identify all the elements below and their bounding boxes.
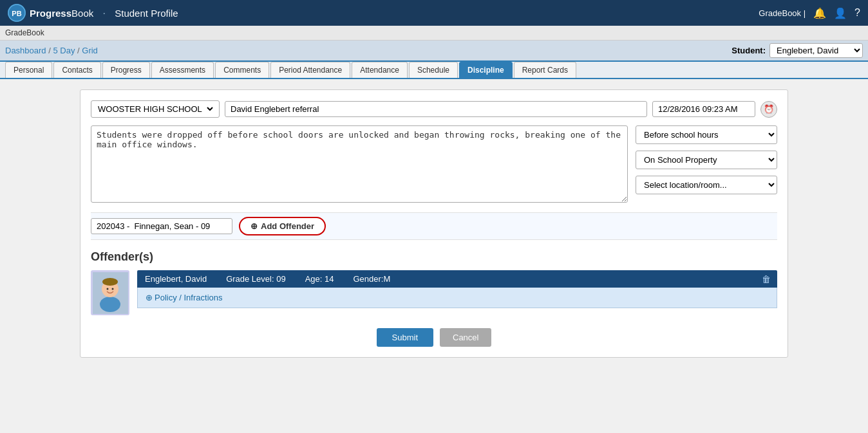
time-location-select[interactable]: Before school hours xyxy=(636,125,777,144)
header-divider: · xyxy=(102,6,106,20)
incident-textarea[interactable]: Students were dropped off before school … xyxy=(91,125,628,203)
clock-button[interactable]: ⏰ xyxy=(760,101,777,118)
offender-age: Age: 14 xyxy=(305,274,334,284)
header-right: GradeBook | 🔔 👤 ? xyxy=(759,7,860,19)
svg-point-6 xyxy=(106,288,108,290)
breadcrumb-sep1: / xyxy=(46,46,53,55)
breadcrumb: Dashboard / 5 Day / Grid xyxy=(5,46,98,55)
student-select[interactable]: Englebert, David xyxy=(769,43,863,58)
app-header: PB ProgressBook · Student Profile GradeB… xyxy=(0,0,868,26)
header-left: PB ProgressBook · Student Profile xyxy=(8,4,178,22)
plus-icon: ⊕ xyxy=(250,221,258,231)
gradebook-label: GradeBook | xyxy=(759,8,806,18)
add-offender-button[interactable]: ⊕ Add Offender xyxy=(239,217,326,235)
subheader: GradeBook xyxy=(0,26,868,41)
school-select[interactable]: WOOSTER HIGH SCHOOL xyxy=(95,104,215,115)
dropdowns-col: Before school hours On School Property S… xyxy=(636,125,777,205)
add-offender-label: Add Offender xyxy=(261,221,314,231)
breadcrumb-5day[interactable]: 5 Day xyxy=(53,46,75,55)
form-card: WOOSTER HIGH SCHOOL ⏰ Students were drop… xyxy=(80,89,788,358)
logo-area: PB ProgressBook xyxy=(8,4,93,22)
offender-grade: Grade Level: 09 xyxy=(226,274,286,284)
offender-gender: Gender:M xyxy=(354,274,391,284)
offender-id-input[interactable] xyxy=(91,218,232,234)
offender-name-bar: Englebert, David Grade Level: 09 Age: 14… xyxy=(137,270,777,288)
referral-input[interactable] xyxy=(225,101,647,117)
cancel-button[interactable]: Cancel xyxy=(440,328,491,347)
tab-progress[interactable]: Progress xyxy=(102,62,150,78)
svg-point-7 xyxy=(111,288,113,290)
header-app-title: Student Profile xyxy=(115,8,178,19)
tab-bar: Personal Contacts Progress Assessments C… xyxy=(0,62,868,79)
tab-period-attendance[interactable]: Period Attendance xyxy=(270,62,350,78)
datetime-input[interactable] xyxy=(652,101,755,117)
form-row-top: WOOSTER HIGH SCHOOL ⏰ xyxy=(91,100,777,118)
student-label: Student: xyxy=(731,46,766,55)
place-location-select[interactable]: On School Property xyxy=(636,151,777,169)
subheader-gradebook: GradeBook xyxy=(5,28,44,37)
nav-bar: Dashboard / 5 Day / Grid Student: Engleb… xyxy=(0,41,868,62)
tab-report-cards[interactable]: Report Cards xyxy=(514,62,576,78)
offender-delete-icon[interactable]: 🗑 xyxy=(762,274,771,284)
breadcrumb-sep2: / xyxy=(75,46,82,55)
policy-infractions-link[interactable]: ⊕ Policy / Infractions xyxy=(146,293,769,302)
user-icon[interactable]: 👤 xyxy=(834,7,847,19)
main-content: WOOSTER HIGH SCHOOL ⏰ Students were drop… xyxy=(0,79,868,368)
policy-bar: ⊕ Policy / Infractions xyxy=(137,288,777,308)
svg-text:PB: PB xyxy=(12,10,21,17)
offenders-section: Offender(s) xyxy=(91,250,777,315)
offenders-title: Offender(s) xyxy=(91,250,777,264)
tab-personal[interactable]: Personal xyxy=(5,62,52,78)
svg-point-3 xyxy=(100,297,120,312)
offender-card: Englebert, David Grade Level: 09 Age: 14… xyxy=(91,270,777,315)
student-selector-area: Student: Englebert, David xyxy=(731,43,863,58)
clock-icon: ⏰ xyxy=(764,104,774,114)
tab-attendance[interactable]: Attendance xyxy=(352,62,408,78)
svg-point-5 xyxy=(102,278,118,286)
breadcrumb-grid[interactable]: Grid xyxy=(82,46,98,55)
form-middle: Students were dropped off before school … xyxy=(91,125,777,205)
bell-icon[interactable]: 🔔 xyxy=(813,7,826,19)
offender-add-row: ⊕ Add Offender xyxy=(91,212,777,240)
offender-info: Englebert, David Grade Level: 09 Age: 14… xyxy=(137,270,777,308)
offender-name: Englebert, David xyxy=(145,274,207,284)
textarea-wrap: Students were dropped off before school … xyxy=(91,125,628,205)
form-actions: Submit Cancel xyxy=(91,328,777,347)
policy-label: Policy / Infractions xyxy=(155,293,223,302)
offender-photo xyxy=(91,270,129,315)
logo-icon: PB xyxy=(8,4,26,22)
tab-schedule[interactable]: Schedule xyxy=(409,62,458,78)
tab-contacts[interactable]: Contacts xyxy=(53,62,100,78)
logo-text: ProgressBook xyxy=(30,8,93,19)
policy-plus-icon: ⊕ xyxy=(146,293,153,302)
room-location-select[interactable]: Select location/room... xyxy=(636,176,777,194)
tab-comments[interactable]: Comments xyxy=(215,62,269,78)
school-select-wrap: WOOSTER HIGH SCHOOL xyxy=(91,100,220,118)
breadcrumb-dashboard[interactable]: Dashboard xyxy=(5,46,46,55)
submit-button[interactable]: Submit xyxy=(377,328,433,347)
help-icon[interactable]: ? xyxy=(854,7,860,19)
tab-discipline[interactable]: Discipline xyxy=(459,62,513,78)
tab-assessments[interactable]: Assessments xyxy=(151,62,214,78)
